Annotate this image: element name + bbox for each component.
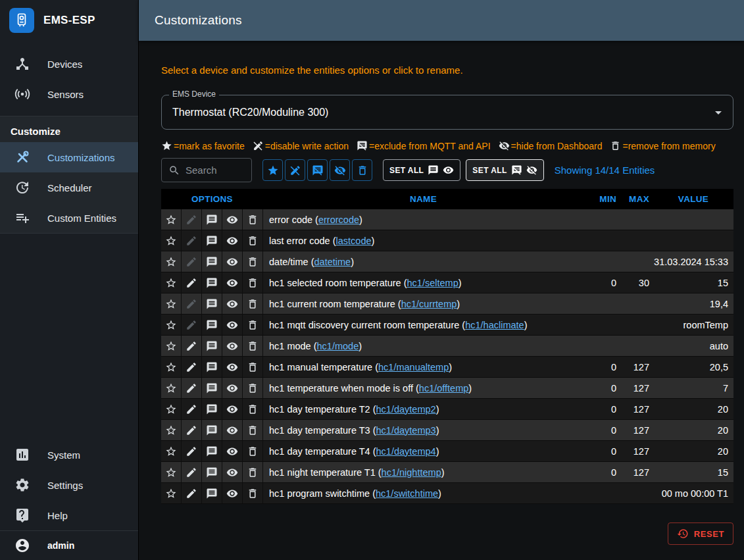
sidebar-item-help[interactable]: Help <box>0 500 138 530</box>
entity-tag-link[interactable]: hc1/seltemp <box>407 278 459 288</box>
visibility-toggle[interactable] <box>222 315 243 335</box>
remove-toggle[interactable] <box>243 336 263 356</box>
visibility-toggle[interactable] <box>222 441 243 461</box>
favorite-toggle[interactable] <box>161 399 182 419</box>
visibility-toggle[interactable] <box>222 357 243 377</box>
remove-toggle[interactable] <box>243 293 263 314</box>
visibility-toggle[interactable] <box>222 420 243 440</box>
favorite-toggle[interactable] <box>161 483 182 503</box>
visibility-toggle[interactable] <box>222 272 243 293</box>
entity-tag-link[interactable]: hc1/daytemp3 <box>376 425 436 436</box>
mqtt-exclude-toggle[interactable] <box>202 399 222 419</box>
favorite-toggle[interactable] <box>161 293 182 314</box>
sidebar-item-settings[interactable]: Settings <box>0 470 138 500</box>
visibility-toggle[interactable] <box>222 293 243 314</box>
remove-toggle[interactable] <box>243 272 263 293</box>
entity-tag-link[interactable]: errorcode <box>318 215 359 225</box>
set-all-button-1[interactable]: SET ALL <box>383 159 460 181</box>
entity-name[interactable]: hc1 temperature when mode is off (hc1/of… <box>263 378 583 398</box>
entity-name[interactable]: last error code (lastcode) <box>263 230 583 251</box>
remove-toggle[interactable] <box>243 378 263 398</box>
entity-name[interactable]: hc1 manual temperature (hc1/manualtemp) <box>263 357 583 377</box>
favorite-toggle[interactable] <box>161 441 182 461</box>
entity-tag-link[interactable]: datetime <box>314 257 351 267</box>
mqtt-exclude-toggle[interactable] <box>202 378 222 398</box>
entity-tag-link[interactable]: hc1/offtemp <box>419 383 469 394</box>
sidebar-item-sensors[interactable]: Sensors <box>0 79 138 109</box>
remove-toggle[interactable] <box>243 357 263 377</box>
entity-tag-link[interactable]: hc1/switchtime <box>376 488 438 499</box>
favorite-toggle[interactable] <box>161 336 182 356</box>
write-toggle[interactable] <box>182 315 202 335</box>
filter-disable-write-button[interactable] <box>285 159 305 181</box>
remove-toggle[interactable] <box>243 483 263 503</box>
sidebar-item-devices[interactable]: Devices <box>0 49 138 79</box>
entity-tag-link[interactable]: hc1/currtemp <box>401 299 457 309</box>
mqtt-exclude-toggle[interactable] <box>202 483 222 503</box>
search-input[interactable] <box>186 165 245 176</box>
entity-tag-link[interactable]: hc1/daytemp2 <box>376 404 436 415</box>
visibility-toggle[interactable] <box>222 399 243 419</box>
sidebar-user[interactable]: admin <box>0 530 138 560</box>
visibility-toggle[interactable] <box>222 251 243 272</box>
entity-tag-link[interactable]: hc1/haclimate <box>465 320 524 330</box>
write-toggle[interactable] <box>182 251 202 272</box>
entity-name[interactable]: hc1 day temperature T2 (hc1/daytemp2) <box>263 399 583 419</box>
write-toggle[interactable] <box>182 420 202 440</box>
entity-name[interactable]: error code (errorcode) <box>263 209 583 230</box>
write-toggle[interactable] <box>182 462 202 482</box>
entity-tag-link[interactable]: hc1/mode <box>317 341 359 351</box>
entity-tag-link[interactable]: hc1/manualtemp <box>378 362 449 372</box>
write-toggle[interactable] <box>182 483 202 503</box>
entity-name[interactable]: date/time (datetime) <box>263 251 583 272</box>
entity-name[interactable]: hc1 day temperature T4 (hc1/daytemp4) <box>263 441 583 461</box>
entity-tag-link[interactable]: hc1/daytemp4 <box>376 446 436 457</box>
sidebar-item-scheduler[interactable]: Scheduler <box>0 172 138 203</box>
mqtt-exclude-toggle[interactable] <box>202 336 222 356</box>
filter-remove-button[interactable] <box>352 159 372 181</box>
sidebar-item-custom-entities[interactable]: Custom Entities <box>0 203 138 233</box>
remove-toggle[interactable] <box>243 230 263 251</box>
mqtt-exclude-toggle[interactable] <box>202 441 222 461</box>
visibility-toggle[interactable] <box>222 209 243 230</box>
mqtt-exclude-toggle[interactable] <box>202 420 222 440</box>
write-toggle[interactable] <box>182 209 202 230</box>
remove-toggle[interactable] <box>243 251 263 272</box>
favorite-toggle[interactable] <box>161 462 182 482</box>
visibility-toggle[interactable] <box>222 230 243 251</box>
entity-tag-link[interactable]: lastcode <box>336 236 372 246</box>
reset-button[interactable]: RESET <box>668 522 733 545</box>
write-toggle[interactable] <box>182 441 202 461</box>
write-toggle[interactable] <box>182 378 202 398</box>
entity-name[interactable]: hc1 mqtt discovery current room temperat… <box>263 315 583 335</box>
write-toggle[interactable] <box>182 399 202 419</box>
remove-toggle[interactable] <box>243 399 263 419</box>
sidebar-item-system[interactable]: System <box>0 440 138 470</box>
mqtt-exclude-toggle[interactable] <box>202 251 222 272</box>
favorite-toggle[interactable] <box>161 315 182 335</box>
write-toggle[interactable] <box>182 336 202 356</box>
favorite-toggle[interactable] <box>161 209 182 230</box>
favorite-toggle[interactable] <box>161 230 182 251</box>
entity-name[interactable]: hc1 mode (hc1/mode) <box>263 336 583 356</box>
entity-name[interactable]: hc1 selected room temperature (hc1/selte… <box>263 272 583 293</box>
filter-exclude-mqtt-button[interactable] <box>307 159 328 181</box>
mqtt-exclude-toggle[interactable] <box>202 315 222 335</box>
write-toggle[interactable] <box>182 272 202 293</box>
sidebar-item-customizations[interactable]: Customizations <box>0 142 138 172</box>
visibility-toggle[interactable] <box>222 483 243 503</box>
remove-toggle[interactable] <box>243 462 263 482</box>
mqtt-exclude-toggle[interactable] <box>202 230 222 251</box>
filter-favorite-button[interactable] <box>262 159 283 181</box>
visibility-toggle[interactable] <box>222 462 243 482</box>
remove-toggle[interactable] <box>243 209 263 230</box>
entity-name[interactable]: hc1 current room temperature (hc1/currte… <box>263 293 583 314</box>
remove-toggle[interactable] <box>243 315 263 335</box>
mqtt-exclude-toggle[interactable] <box>202 272 222 293</box>
entity-name[interactable]: hc1 night temperature T1 (hc1/nighttemp) <box>263 462 583 482</box>
favorite-toggle[interactable] <box>161 420 182 440</box>
write-toggle[interactable] <box>182 357 202 377</box>
write-toggle[interactable] <box>182 230 202 251</box>
mqtt-exclude-toggle[interactable] <box>202 462 222 482</box>
set-all-button-2[interactable]: SET ALL <box>466 159 543 181</box>
